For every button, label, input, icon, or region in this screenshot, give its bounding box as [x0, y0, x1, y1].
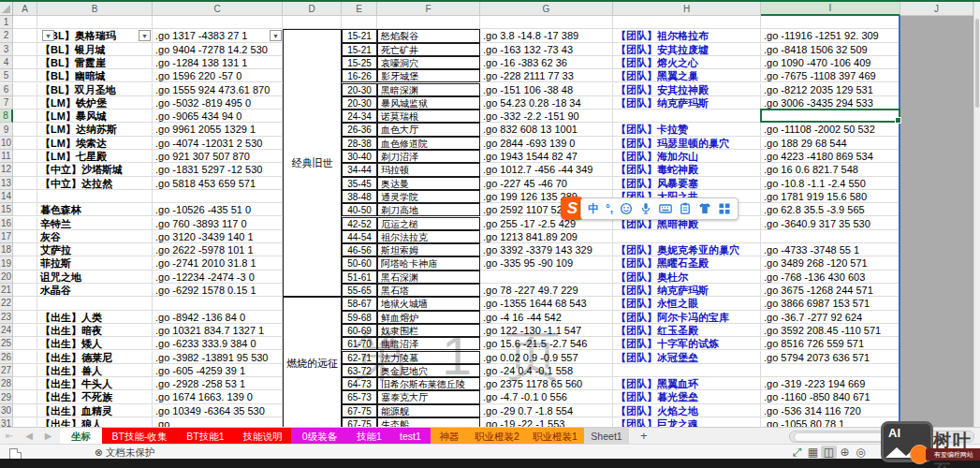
cell-C15[interactable]: .go -10526 -435 51 0	[153, 203, 283, 216]
cell-E14[interactable]: 38-48	[342, 190, 377, 203]
cell-I3[interactable]: .go -8418 1506 32 509	[761, 43, 900, 56]
cell-B18[interactable]: 艾萨拉	[37, 243, 153, 256]
cell-I13[interactable]: .go -10.8 -1.1 -2.4 550	[761, 177, 900, 190]
cell-B4[interactable]: 【BL】雷霆崖	[37, 56, 153, 69]
cell-F21[interactable]: 黑石塔	[377, 284, 480, 297]
cell-A27[interactable]	[13, 364, 37, 377]
cell-C20[interactable]: .go -12234 -2474 -3 0	[153, 271, 283, 284]
cell-C12[interactable]: .go -1831 5297 -12 530	[153, 163, 283, 176]
row-header-25[interactable]: 25	[0, 337, 13, 350]
keyboard-icon[interactable]	[659, 202, 672, 215]
cell-C26[interactable]: .go -3982 -13891 95 530	[153, 351, 283, 364]
cell-B27[interactable]: 【出生】兽人	[37, 364, 153, 377]
cell-F2[interactable]: 怒焰裂谷	[377, 29, 480, 42]
select-all-corner[interactable]	[0, 2, 13, 16]
row-header-8[interactable]: 8	[0, 110, 13, 123]
cell-A23[interactable]	[13, 311, 37, 324]
cell-G18[interactable]: .go 3392 -3379 143 329	[480, 243, 613, 256]
cell-I25[interactable]: .go 8516 726 559 571	[761, 337, 900, 350]
cell-I30[interactable]: .go -536 314 116 720	[761, 404, 900, 417]
cell-I19[interactable]: .go 3489 268 -120 571	[761, 256, 900, 270]
row-header-29[interactable]: 29	[0, 390, 13, 403]
cell-F19[interactable]: 阿塔哈卡神庙	[377, 256, 480, 270]
row-header-18[interactable]: 18	[0, 243, 13, 256]
cell-G6[interactable]: .go -151 106 -38 48	[480, 83, 613, 96]
cell-I29[interactable]: .go -1160 -850 840 671	[761, 390, 900, 403]
column-header-D[interactable]: D	[283, 2, 342, 16]
cell-I21[interactable]: .go 3675 -1268 244 571	[761, 284, 900, 297]
cell-E24[interactable]: 60-69	[342, 324, 377, 337]
cell-G21[interactable]: .go 78 -227 49.7 229	[480, 284, 613, 297]
cell-C14[interactable]	[153, 190, 283, 203]
cell-B17[interactable]: 灰谷	[37, 230, 153, 243]
column-header-C[interactable]: C	[153, 2, 283, 16]
cell-H9[interactable]: 【团队】卡拉赞	[613, 123, 761, 136]
cell-F5[interactable]: 影牙城堡	[377, 69, 480, 82]
cell-B20[interactable]: 诅咒之地	[37, 271, 153, 284]
cell-F23[interactable]: 鲜血熔炉	[377, 311, 480, 324]
cell-H13[interactable]: 【团队】风暴要塞	[613, 177, 761, 190]
ime-punctuation[interactable]: °,	[606, 199, 613, 218]
fullscreen-icon[interactable]: ⤢	[789, 446, 805, 459]
row-header-27[interactable]: 27	[0, 364, 13, 377]
cell-F1[interactable]	[377, 16, 480, 29]
cell-C23[interactable]: .go -8942 -136 84 0	[153, 311, 283, 324]
cell-C24[interactable]: .go 10321 834.7 1327 1	[153, 324, 283, 337]
cell-E5[interactable]: 16-26	[342, 69, 377, 82]
row-header-11[interactable]: 11	[0, 150, 13, 163]
cell-G7[interactable]: .go 54.23 0.28 -18 34	[480, 96, 613, 110]
cell-B16[interactable]: 辛特兰	[37, 217, 153, 230]
cell-C28[interactable]: .go -2928 -258 53 1	[153, 377, 283, 390]
cell-B21[interactable]: 水晶谷	[37, 284, 153, 297]
fill-handle[interactable]	[895, 117, 901, 124]
cell-F26[interactable]: 法力陵墓	[377, 351, 480, 364]
column-header-I[interactable]: I	[761, 2, 900, 16]
cell-B1[interactable]	[37, 16, 153, 29]
cell-H1[interactable]	[613, 16, 761, 29]
cell-F4[interactable]: 哀嚎洞穴	[377, 56, 480, 69]
cell-B3[interactable]: 【BL】银月城	[37, 43, 153, 56]
cell-G4[interactable]: .go -16 -383 62 36	[480, 56, 613, 69]
sheet-tab-职业橙装1[interactable]: 职业橙装1	[526, 428, 585, 445]
sheet-tab-BT技能-收集[interactable]: BT技能-收集	[102, 428, 178, 445]
cell-I28[interactable]: .go -319 -223 194 669	[761, 377, 900, 390]
cell-F11[interactable]: 剃刀沼泽	[377, 150, 480, 163]
row-header-17[interactable]: 17	[0, 230, 13, 243]
cell-I24[interactable]: .go 3592 208.45 -110 571	[761, 324, 900, 337]
cell-E4[interactable]: 15-25	[342, 56, 377, 69]
cell-E7[interactable]: 20-30	[342, 96, 377, 110]
column-header-G[interactable]: G	[480, 2, 613, 16]
cell-B23[interactable]: 【出生】人类	[37, 311, 153, 324]
cell-C19[interactable]: .go -2741 2010 31.8 1	[153, 256, 283, 270]
column-header-B[interactable]: B	[37, 2, 153, 16]
cell-A29[interactable]	[13, 390, 37, 403]
cell-C10[interactable]: .go -4074 -12031 2 530	[153, 137, 283, 150]
cell-I27[interactable]	[761, 364, 900, 377]
cell-G25[interactable]: .go 15.6 -21.5 -2.7 546	[480, 337, 613, 350]
cell-F28[interactable]: 旧希尔斯布莱德丘陵	[377, 377, 480, 390]
cell-F6[interactable]: 黑暗深渊	[377, 83, 480, 96]
cell-C13[interactable]: .go 5818 453 659 571	[153, 177, 283, 190]
cell-A24[interactable]	[13, 324, 37, 337]
cell-I9[interactable]: .go -11108 -2002 50 532	[761, 123, 900, 136]
row-header-30[interactable]: 30	[0, 404, 13, 417]
cell-B7[interactable]: 【LM】铁炉堡	[37, 96, 153, 110]
cell-E18[interactable]: 46-56	[342, 243, 377, 256]
cell-F13[interactable]: 奥达曼	[377, 177, 480, 190]
cell-G23[interactable]: .go -4 16 -44 542	[480, 311, 613, 324]
cell-E2[interactable]: 15-21	[342, 29, 377, 42]
cell-F7[interactable]: 暴风城监狱	[377, 96, 480, 110]
cell-A21[interactable]	[13, 284, 37, 297]
cell-B22[interactable]	[37, 297, 153, 310]
cell-H2[interactable]: 【团队】祖尔格拉布	[613, 29, 761, 42]
cell-I11[interactable]: .go 4223 -4180 869 534	[761, 150, 900, 163]
cell-I16[interactable]: .go -3640.9 317 35 530	[761, 217, 900, 230]
cell-F18[interactable]: 斯坦索姆	[377, 243, 480, 256]
cell-A20[interactable]	[13, 271, 37, 284]
cell-I2[interactable]: .go -11916 -1251 92. 309	[761, 29, 900, 42]
cell-I4[interactable]: .go 1090 -470 -106 409	[761, 56, 900, 69]
cell-E12[interactable]: 34-44	[342, 163, 377, 176]
cell-I23[interactable]: .go -36.7 -277 92 624	[761, 311, 900, 324]
sheet-tab-神器[interactable]: 神器	[431, 428, 469, 445]
row-header-14[interactable]: 14	[0, 190, 13, 203]
